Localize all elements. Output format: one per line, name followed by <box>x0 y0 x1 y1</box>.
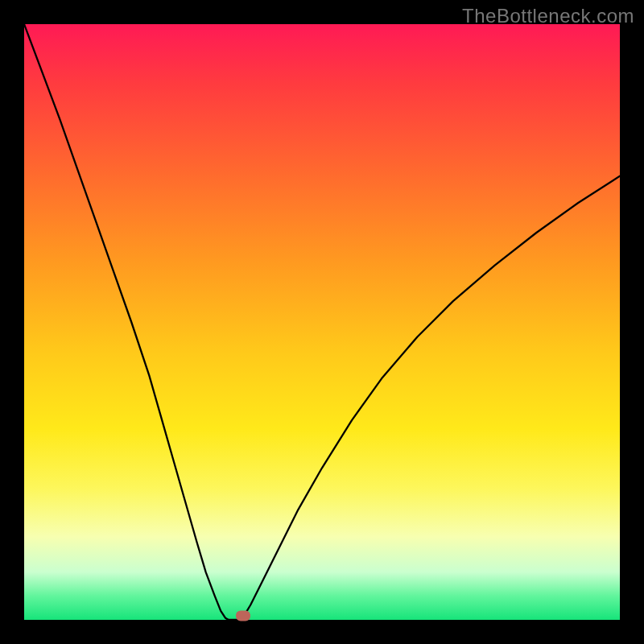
curve-right <box>242 176 620 620</box>
curve-left <box>24 24 229 620</box>
watermark-text: TheBottleneck.com <box>462 5 634 27</box>
vertex-marker <box>236 610 250 621</box>
curve-svg <box>24 24 620 620</box>
plot-area <box>24 24 620 620</box>
chart-frame: TheBottleneck.com <box>0 0 644 644</box>
